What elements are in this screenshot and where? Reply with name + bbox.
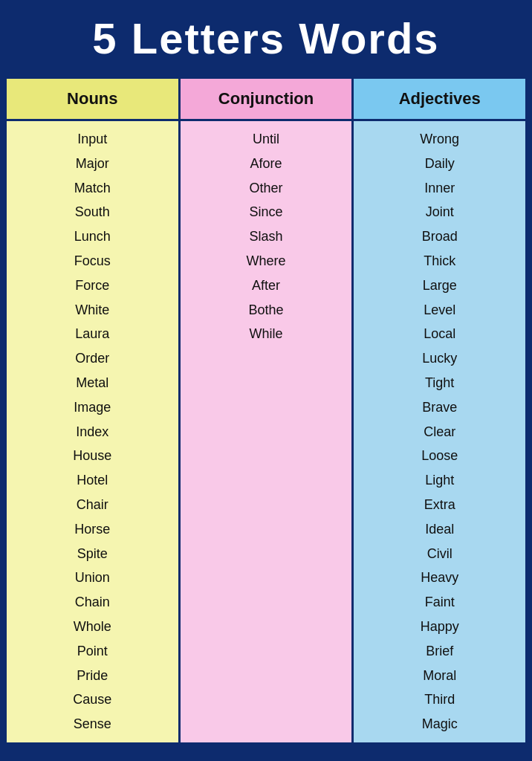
- list-item: House: [73, 444, 111, 468]
- list-item: Afore: [250, 152, 282, 176]
- list-item: Light: [425, 468, 454, 493]
- conjunction-items: UntilAforeOtherSinceSlashWhereAfterBothe…: [181, 121, 352, 352]
- list-item: Heavy: [421, 566, 458, 590]
- word-table: Nouns InputMajorMatchSouthLunchFocusForc…: [4, 77, 528, 745]
- list-item: Input: [77, 127, 107, 152]
- list-item: Match: [74, 176, 111, 201]
- list-item: Local: [424, 322, 455, 346]
- list-item: Pride: [77, 664, 108, 688]
- list-item: Hotel: [77, 468, 108, 493]
- list-item: Brave: [422, 395, 457, 420]
- page-title: 5 Letters Words: [7, 13, 525, 63]
- adjectives-header: Adjectives: [354, 79, 525, 121]
- list-item: Lucky: [422, 346, 457, 371]
- nouns-items: InputMajorMatchSouthLunchFocusForceWhite…: [7, 121, 178, 742]
- list-item: While: [250, 322, 283, 346]
- list-item: Index: [76, 420, 108, 444]
- list-item: Moral: [423, 664, 456, 688]
- list-item: Happy: [421, 615, 459, 639]
- conjunction-header: Conjunction: [181, 79, 352, 121]
- list-item: Other: [249, 176, 282, 201]
- list-item: Level: [424, 298, 455, 323]
- list-item: Tight: [425, 371, 454, 395]
- list-item: Since: [249, 200, 282, 224]
- list-item: Where: [247, 249, 286, 273]
- list-item: Focus: [74, 249, 111, 273]
- page-header: 5 Letters Words: [0, 0, 532, 77]
- list-item: Chair: [77, 493, 108, 517]
- list-item: Joint: [426, 200, 454, 224]
- list-item: Lunch: [74, 224, 111, 249]
- list-item: Faint: [425, 590, 455, 615]
- list-item: White: [75, 298, 109, 323]
- list-item: Broad: [422, 224, 458, 249]
- list-item: Whole: [74, 615, 111, 639]
- list-item: After: [252, 273, 280, 298]
- list-item: Wrong: [420, 127, 459, 152]
- list-item: Clear: [424, 420, 455, 444]
- nouns-column: Nouns InputMajorMatchSouthLunchFocusForc…: [7, 79, 181, 742]
- list-item: Cause: [73, 687, 111, 712]
- list-item: Bothe: [248, 298, 283, 323]
- list-item: Horse: [74, 517, 110, 542]
- nouns-header: Nouns: [7, 79, 178, 121]
- list-item: Ideal: [425, 517, 454, 542]
- list-item: Spite: [77, 542, 108, 566]
- list-item: Extra: [424, 493, 455, 517]
- list-item: Chain: [75, 590, 110, 615]
- list-item: Major: [76, 152, 109, 176]
- list-item: Laura: [75, 322, 109, 346]
- list-item: Large: [423, 273, 457, 298]
- main-content: Nouns InputMajorMatchSouthLunchFocusForc…: [0, 77, 532, 749]
- list-item: Third: [424, 687, 455, 712]
- list-item: Thick: [424, 249, 455, 273]
- list-item: Loose: [421, 444, 458, 468]
- list-item: Civil: [427, 542, 452, 566]
- list-item: Brief: [426, 639, 453, 664]
- list-item: Metal: [76, 371, 108, 395]
- list-item: Daily: [425, 152, 455, 176]
- list-item: Point: [77, 639, 108, 664]
- list-item: Until: [253, 127, 279, 152]
- list-item: Force: [75, 273, 109, 298]
- list-item: Sense: [74, 712, 111, 736]
- list-item: Order: [75, 346, 109, 371]
- conjunction-column: Conjunction UntilAforeOtherSinceSlashWhe…: [181, 79, 354, 742]
- adjectives-column: Adjectives WrongDailyInnerJointBroadThic…: [354, 79, 525, 742]
- page-footer: www.grammarvocab.com: [0, 749, 532, 761]
- list-item: Union: [75, 566, 110, 590]
- list-item: Image: [74, 395, 111, 420]
- list-item: Inner: [424, 176, 455, 201]
- adjectives-items: WrongDailyInnerJointBroadThickLargeLevel…: [354, 121, 525, 742]
- list-item: Magic: [422, 712, 458, 736]
- list-item: Slash: [249, 224, 282, 249]
- list-item: South: [75, 200, 110, 224]
